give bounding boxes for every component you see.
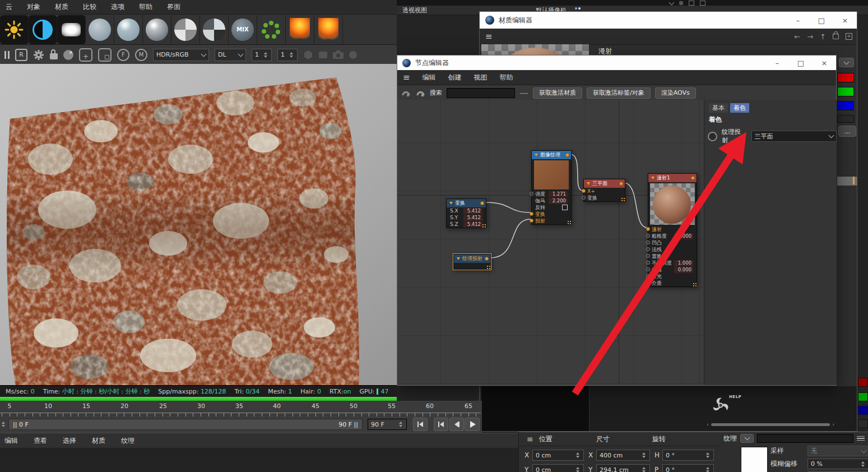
lock-icon[interactable] — [833, 34, 839, 39]
area-light-button[interactable] — [57, 15, 86, 44]
coords-menu-icon[interactable]: ≡ — [527, 434, 533, 443]
edge-dark-swatch[interactable] — [858, 419, 868, 428]
back-arrow-icon[interactable]: ← — [794, 33, 800, 41]
goto-start-button[interactable] — [413, 418, 428, 431]
input-port[interactable] — [646, 234, 650, 238]
texture-dropdown-button[interactable] — [740, 434, 754, 443]
pause-icon[interactable] — [4, 51, 10, 59]
material-preview-mix[interactable]: MIX — [229, 15, 257, 44]
samples-field-2[interactable]: 1 — [277, 49, 298, 61]
camera-icon[interactable] — [333, 50, 344, 59]
maximize-button[interactable]: □ — [810, 12, 833, 29]
input-port[interactable] — [646, 240, 650, 244]
blur-offset-field[interactable]: 0 % — [807, 459, 868, 469]
restart-button[interactable]: R — [15, 49, 27, 61]
lock-resolution-icon[interactable] — [50, 53, 58, 59]
node-resize-handle[interactable] — [568, 221, 569, 222]
output-port[interactable] — [485, 257, 489, 261]
material-collapse-button[interactable] — [839, 58, 854, 67]
new-window-icon[interactable]: + — [846, 33, 852, 40]
engine-dropdown[interactable]: DL — [215, 49, 246, 61]
input-port[interactable] — [530, 219, 533, 223]
menu-cloud[interactable]: 云 — [6, 2, 12, 12]
texture-name-bar[interactable] — [757, 434, 853, 443]
close-button[interactable]: × — [813, 55, 836, 70]
menu-material2[interactable]: 材质 — [92, 436, 105, 446]
invert-checkbox[interactable] — [562, 205, 568, 210]
material-preview-glossy[interactable] — [114, 15, 143, 44]
forward-arrow-icon[interactable]: → — [807, 33, 813, 41]
projection-dropdown[interactable]: 三平面 — [751, 131, 837, 142]
edge-blue-swatch[interactable] — [858, 406, 868, 415]
get-material-icon[interactable] — [401, 88, 411, 98]
node-texture-projection[interactable]: 纹理投射 — [453, 254, 491, 270]
menu-compare[interactable]: 比较 — [83, 2, 96, 12]
material-picker-icon[interactable]: M — [135, 49, 147, 61]
material-editor-titlebar[interactable]: 材质编辑器 – □ × — [480, 12, 857, 29]
viewport-title[interactable]: 透视视图 — [402, 6, 427, 15]
node-resize-handle[interactable] — [621, 198, 623, 199]
input-port[interactable] — [530, 212, 533, 216]
red-channel-swatch[interactable] — [837, 73, 854, 82]
node-editor-titlebar[interactable]: 节点编辑器 – □ × — [397, 55, 836, 70]
contrast-material-button[interactable] — [29, 15, 57, 44]
size-y-field[interactable]: 294.1 cm — [596, 464, 650, 472]
output-port[interactable] — [619, 182, 623, 186]
connection-port-circle[interactable] — [708, 132, 717, 141]
menu-interface[interactable]: 界面 — [167, 2, 180, 12]
node-resize-handle[interactable] — [482, 224, 484, 225]
size-x-field[interactable]: 400 cm — [596, 450, 650, 461]
samples-field-1[interactable]: 1 — [252, 49, 272, 61]
menu-edit[interactable]: 编辑 — [423, 73, 436, 82]
up-arrow-icon[interactable]: ↑ — [820, 33, 826, 41]
region-render-icon[interactable] — [63, 50, 73, 60]
material-preview-scatter[interactable] — [257, 15, 286, 44]
node-resize-handle[interactable] — [693, 283, 694, 284]
output-port[interactable] — [565, 153, 569, 157]
edge-green-swatch[interactable] — [858, 392, 868, 401]
timeline-ruler[interactable]: 5 10 15 20 25 30 35 40 45 50 55 60 65 — [0, 401, 481, 418]
viewport-float-icon[interactable] — [689, 1, 694, 6]
material-preview-checker2[interactable] — [200, 15, 229, 44]
menu-viewlook[interactable]: 查看 — [34, 436, 47, 446]
edge-red-swatch[interactable] — [858, 378, 868, 387]
menu-help[interactable]: 帮助 — [139, 2, 152, 12]
material-preview-specular[interactable] — [143, 15, 171, 44]
menu-help[interactable]: 帮助 — [500, 73, 513, 82]
end-frame-field[interactable]: 90 F — [368, 419, 407, 430]
output-port[interactable] — [480, 201, 484, 205]
node-transform[interactable]: 变换 S.X5.412 S.Y5.412 S.Z5.412 — [446, 198, 486, 228]
tab-basic[interactable]: 基本 — [709, 103, 728, 113]
more-button[interactable]: ... — [838, 126, 856, 137]
output-port[interactable] — [691, 176, 695, 180]
input-port[interactable] — [646, 281, 650, 285]
input-port[interactable] — [530, 192, 533, 196]
prev-key-button[interactable] — [434, 418, 448, 431]
play-button[interactable] — [465, 418, 480, 431]
node-image-texture[interactable]: 图像纹理 强度1.271 伽马2.200 反转 变换 投射 — [531, 150, 572, 225]
float-slider[interactable] — [837, 176, 858, 186]
horizontal-scrollbar[interactable]: ‹ › — [707, 422, 834, 427]
menu-edit[interactable]: 编辑 — [4, 436, 18, 446]
get-active-material-button[interactable]: 获取激活材质 — [533, 87, 582, 99]
texture-panel-menu-icon[interactable] — [857, 436, 865, 441]
focus-picker-icon[interactable]: F — [117, 49, 129, 61]
menu-object[interactable]: 对象 — [27, 2, 40, 12]
blue-channel-swatch[interactable] — [837, 101, 854, 110]
rotation-h-field[interactable]: 0 ° — [662, 450, 714, 461]
render-viewport[interactable] — [0, 64, 397, 385]
get-object-icon[interactable] — [415, 88, 425, 98]
tab-shading[interactable]: 着色 — [730, 103, 749, 113]
viewport-close-icon[interactable] — [700, 1, 705, 6]
input-port[interactable] — [646, 261, 650, 265]
colorspace-dropdown[interactable]: HDR/sRGB — [153, 49, 209, 61]
input-port[interactable] — [582, 196, 586, 200]
sample-dropdown[interactable]: 无 — [807, 446, 868, 456]
node-resize-handle[interactable] — [487, 266, 488, 267]
frame-range-slider[interactable]: || 0 F 90 F || — [8, 419, 363, 430]
menu-create[interactable]: 创建 — [448, 73, 462, 82]
hexagon-icon[interactable] — [303, 50, 313, 60]
input-port[interactable] — [646, 247, 650, 251]
get-active-tag-button[interactable]: 获取激活标签/对象 — [587, 87, 651, 99]
prev-frame-button[interactable] — [449, 418, 464, 431]
